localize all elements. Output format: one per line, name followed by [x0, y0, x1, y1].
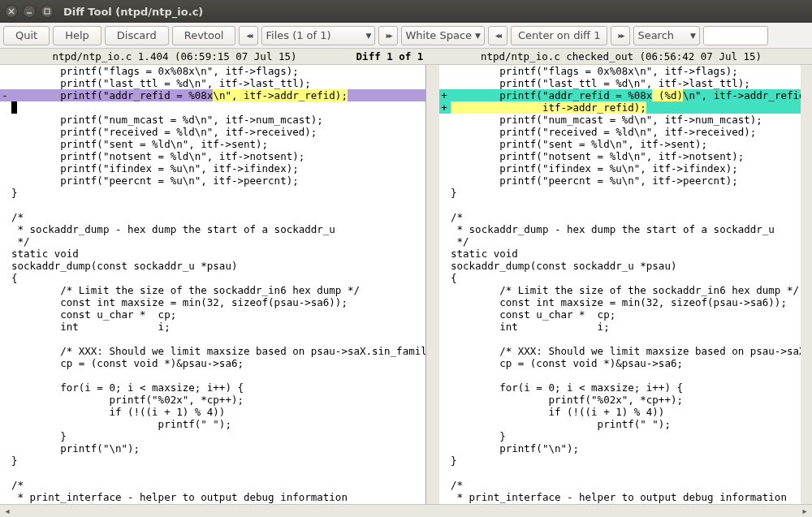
double-right-icon: ▸▸ — [618, 31, 623, 40]
search-dropdown[interactable]: Search ▼ — [633, 26, 700, 45]
vertical-scrollbar-left[interactable] — [426, 65, 439, 504]
search-input[interactable] — [703, 26, 768, 45]
chevron-down-icon: ▼ — [690, 32, 696, 40]
next-file-button[interactable]: ▸▸ — [378, 26, 398, 45]
left-file-header: ntpd/ntp_io.c 1.404 (06:59:15 07 Jul 15) — [0, 50, 349, 62]
prev-file-button[interactable]: ◂◂ — [239, 26, 258, 45]
diff-panes: - printf("flags = 0x%08x\n", itf->flags)… — [0, 65, 812, 504]
diff-counter: Diff 1 of 1 — [349, 50, 430, 62]
revtool-button[interactable]: Revtool — [172, 26, 236, 45]
prev-diff-button[interactable]: ◂◂ — [488, 26, 508, 45]
right-gutter: ++ — [439, 65, 449, 504]
chevron-down-icon: ▼ — [366, 32, 372, 40]
toolbar: Quit Help Discard Revtool ◂◂ Files (1 of… — [0, 23, 812, 49]
double-left-icon: ◂◂ — [495, 31, 500, 40]
whitespace-label: White Space — [405, 29, 472, 41]
minimize-icon[interactable] — [23, 5, 36, 18]
search-label: Search — [637, 29, 674, 41]
left-gutter: - — [0, 65, 10, 504]
whitespace-dropdown[interactable]: White Space ▼ — [401, 26, 484, 45]
left-pane: - printf("flags = 0x%08x\n", itf->flags)… — [0, 65, 426, 504]
files-dropdown-label: Files (1 of 1) — [266, 29, 330, 41]
chevron-down-icon: ▼ — [475, 32, 481, 40]
double-left-icon: ◂◂ — [246, 31, 251, 40]
left-code[interactable]: printf("flags = 0x%08x\n", itf->flags); … — [10, 65, 425, 504]
center-diff-button[interactable]: Center on diff 1 — [511, 26, 607, 45]
scroll-right-icon[interactable]: ▸ — [799, 506, 810, 517]
help-button[interactable]: Help — [53, 26, 102, 45]
discard-button[interactable]: Discard — [105, 26, 169, 45]
file-headers: ntpd/ntp_io.c 1.404 (06:59:15 07 Jul 15)… — [0, 49, 812, 65]
next-diff-button[interactable]: ▸▸ — [611, 26, 630, 45]
vertical-scrollbar-right[interactable] — [801, 65, 812, 504]
double-right-icon: ▸▸ — [386, 31, 391, 40]
right-file-header: ntpd/ntp_io.c checked_out (06:56:42 07 J… — [430, 50, 812, 62]
quit-button[interactable]: Quit — [3, 26, 50, 45]
maximize-icon[interactable] — [41, 5, 54, 18]
window-titlebar: Diff Tool (ntpd/ntp_io.c) — [0, 0, 812, 23]
window-title: Diff Tool (ntpd/ntp_io.c) — [63, 6, 203, 18]
right-code[interactable]: printf("flags = 0x%08x\n", itf->flags); … — [449, 65, 812, 504]
right-pane: ++ printf("flags = 0x%08x\n", itf->flags… — [439, 65, 812, 504]
svg-rect-0 — [45, 9, 50, 14]
files-dropdown[interactable]: Files (1 of 1) ▼ — [261, 26, 375, 45]
close-icon[interactable] — [5, 5, 18, 18]
horizontal-scrollbar[interactable]: ◂ ▸ — [0, 504, 812, 517]
scroll-left-icon[interactable]: ◂ — [2, 506, 13, 517]
